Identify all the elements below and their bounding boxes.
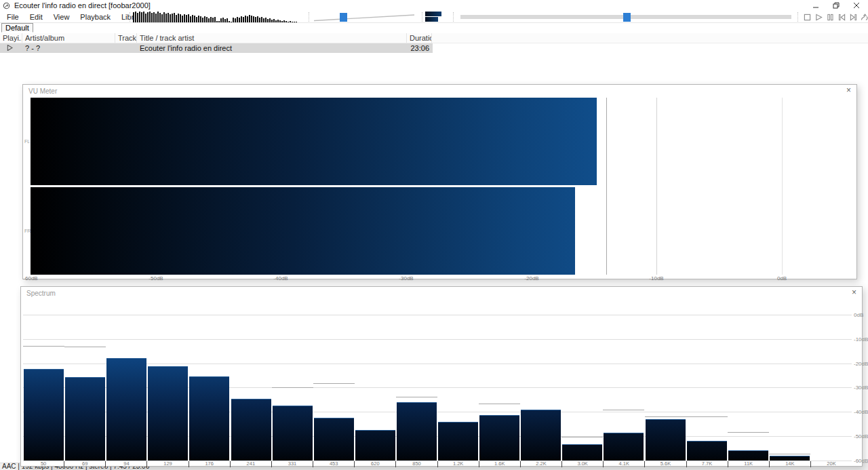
spectrum-window-close-icon[interactable]: × (852, 288, 856, 296)
waveform-bar (167, 13, 169, 22)
playlist-tab-bar: Default (0, 23, 868, 33)
next-button[interactable] (848, 12, 858, 22)
spectrum-band (23, 302, 64, 461)
spectrum-band (355, 302, 396, 461)
previous-button[interactable] (837, 12, 846, 22)
volume-handle[interactable] (340, 13, 347, 22)
waveform-bar (143, 12, 144, 22)
play-button[interactable] (814, 12, 823, 22)
waveform-bar (263, 18, 264, 22)
spectrum-band (769, 302, 810, 461)
playlist-column-header[interactable]: Artist/album (22, 33, 115, 43)
restore-button[interactable] (826, 0, 846, 11)
waveform-bar (243, 17, 244, 22)
waveform-bar (139, 12, 140, 22)
playlist-column-header[interactable]: Duration (407, 33, 432, 43)
waveform-bar (151, 13, 153, 22)
waveform-bar (245, 16, 246, 22)
vu-scale-label: -40dB (273, 275, 288, 281)
seekbar[interactable] (460, 12, 791, 22)
waveform-bar (285, 21, 287, 22)
waveform-bar (182, 16, 183, 22)
pause-icon (827, 14, 834, 21)
spectrum-frequency-label: 1.6K (479, 461, 520, 467)
playlist-column-header[interactable]: Title / track artist (137, 33, 407, 43)
waveform-bar (275, 20, 277, 22)
spectrum-db-label: -60dB (854, 458, 868, 464)
spectrum-band (189, 302, 230, 461)
spectrum-frequency-label: 7.7K (686, 461, 728, 467)
waveform-bar (251, 16, 252, 22)
minimize-button[interactable] (806, 0, 826, 11)
previous-icon (838, 14, 846, 21)
spectrum-frequency-label: 176 (189, 461, 230, 467)
spectrum-band (147, 302, 189, 461)
spectrum-band (396, 302, 437, 461)
spectrum-peak-line (272, 387, 313, 388)
spectrum-bar (479, 415, 519, 461)
toolbar-separator (309, 12, 311, 22)
toolbar-separator (797, 12, 800, 22)
spectrum-bar (314, 418, 354, 461)
playlist-column-header[interactable]: Playi... (0, 33, 22, 43)
spectrum-bar (687, 441, 727, 461)
spectrum-db-label: -20dB (854, 361, 868, 367)
vu-channel-label-fl: FL (24, 139, 30, 144)
random-button[interactable] (860, 12, 868, 22)
waveform-bar (235, 18, 236, 22)
waveform-bar (155, 14, 157, 22)
spectrum-bar (562, 444, 602, 461)
waveform-bar (259, 18, 260, 22)
spectrum-bar (397, 402, 437, 461)
spectrum-band (810, 302, 852, 461)
stop-icon (804, 14, 811, 21)
toolbar-vu-meter (425, 12, 441, 22)
volume-wedge-icon (313, 12, 416, 22)
spectrum-frequency-label: 69 (64, 461, 105, 467)
spectrum-frequency-label: 94 (105, 461, 146, 467)
waveform-bar (141, 12, 142, 22)
waveform-bar (196, 17, 197, 22)
menu-view[interactable]: View (48, 12, 75, 22)
menu-file[interactable]: File (1, 12, 24, 22)
waveform-bar (288, 22, 289, 22)
playlist-column-header[interactable]: Track no (115, 33, 137, 43)
playlist-row[interactable]: ? - ?Ecouter l'info radio en direct23:06 (0, 43, 433, 53)
waveform-bar (186, 15, 187, 22)
pause-button[interactable] (825, 12, 835, 22)
waveform-bar (249, 15, 250, 22)
waveform-bar (292, 22, 293, 22)
waveform-bar (208, 18, 210, 22)
volume-slider[interactable] (313, 12, 416, 22)
waveform-bar (170, 14, 171, 22)
spectrum-bar (728, 450, 768, 461)
waveform-bar (157, 12, 159, 22)
menu-edit[interactable]: Edit (24, 12, 48, 22)
waveform-bar (198, 16, 199, 22)
vu-window-close-icon[interactable]: × (846, 86, 851, 94)
spectrum-bar (231, 399, 271, 461)
spectrum-band (686, 302, 728, 461)
tab-default[interactable]: Default (1, 23, 33, 33)
close-icon (853, 2, 860, 9)
menu-playback[interactable]: Playback (75, 12, 116, 22)
spectrum-window-title: Spectrum (26, 290, 56, 297)
spectrum-peak-line (603, 410, 644, 410)
spectrum-bar (189, 376, 229, 461)
seekbar-handle[interactable] (623, 13, 631, 22)
spectrum-frequency-label: 4.1K (603, 461, 644, 467)
spectrum-frequency-label: 5.6K (644, 461, 686, 467)
close-button[interactable] (846, 0, 867, 11)
playing-indicator-cell (0, 44, 22, 52)
stop-button[interactable] (802, 12, 812, 22)
spectrum-band (520, 302, 561, 461)
vu-meter-scale: -60dB-50dB-40dB-30dB-20dB-10dB0dB (31, 275, 854, 282)
spectrum-plot (23, 302, 852, 461)
spectrum-bar (770, 456, 810, 461)
spectrum-band (728, 302, 769, 461)
waveform-bar (294, 22, 295, 22)
waveform-bar (277, 20, 279, 22)
vu-peak-line (606, 98, 607, 275)
title-bar: Ecouter l'info radio en direct [foobar20… (0, 0, 868, 11)
next-icon (850, 14, 857, 21)
